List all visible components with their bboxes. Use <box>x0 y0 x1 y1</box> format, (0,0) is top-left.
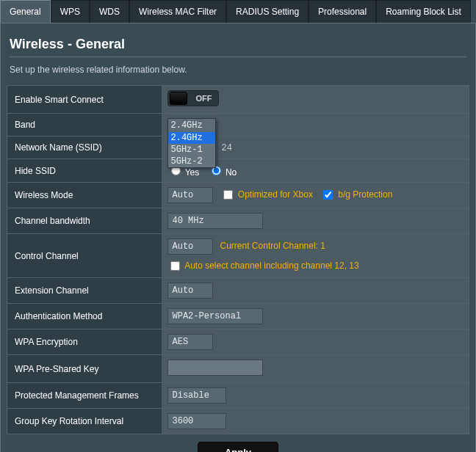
toggle-state: OFF <box>196 94 212 103</box>
tab-wps[interactable]: WPS <box>51 0 90 23</box>
psk-input[interactable] <box>167 360 263 376</box>
label-psk: WPA Pre-Shared Key <box>7 355 162 383</box>
hide-ssid-yes-label[interactable]: Yes <box>167 167 200 178</box>
pmf-select[interactable]: Disable <box>167 387 226 404</box>
wireless-mode-select[interactable]: Auto <box>167 187 213 203</box>
page-subtitle: Set up the wireless related information … <box>10 65 466 75</box>
gkri-input[interactable]: 3600 <box>167 413 226 429</box>
label-band: Band <box>7 114 162 136</box>
band-option-5ghz-2[interactable]: 5GHz-2 <box>168 156 215 167</box>
hide-ssid-no-label[interactable]: No <box>208 167 237 178</box>
tab-wds[interactable]: WDS <box>90 0 129 23</box>
band-option-5ghz-1[interactable]: 5GHz-1 <box>168 144 215 156</box>
xbox-checkbox[interactable] <box>223 190 233 200</box>
xbox-label: Optimized for Xbox <box>238 189 313 200</box>
control-channel-select[interactable]: Auto <box>167 238 213 255</box>
toggle-knob <box>170 92 187 105</box>
band-option-2-4ghz[interactable]: 2.4GHz <box>168 132 215 144</box>
wpa-encryption-select[interactable]: AES <box>167 334 213 350</box>
tab-general[interactable]: General <box>0 0 51 23</box>
channel-bandwidth-select[interactable]: 40 MHz <box>167 213 263 229</box>
page-title: Wireless - General <box>10 37 466 57</box>
label-extension-channel: Extension Channel <box>7 278 162 304</box>
label-hide-ssid: Hide SSID <box>7 159 162 183</box>
label-gkri: Group Key Rotation Interval <box>7 409 162 434</box>
label-auth-method: Authentication Method <box>7 304 162 329</box>
settings-table: Enable Smart Connect OFF Band 2.4GHz 2.4… <box>7 85 469 434</box>
tab-roaming-block-list[interactable]: Roaming Block List <box>376 0 471 23</box>
apply-button[interactable]: Apply <box>198 442 278 452</box>
label-smart-connect: Enable Smart Connect <box>7 86 162 114</box>
band-selected-display: 2.4GHz <box>168 119 215 132</box>
extension-channel-select[interactable]: Auto <box>167 282 213 299</box>
auth-method-select[interactable]: WPA2-Personal <box>167 308 263 324</box>
content-panel: Wireless - General Set up the wireless r… <box>0 23 476 452</box>
label-wpa-encryption: WPA Encryption <box>7 329 162 355</box>
label-channel-bandwidth: Channel bandwidth <box>7 208 162 234</box>
tab-professional[interactable]: Professional <box>309 0 376 23</box>
bg-protection-checkbox[interactable] <box>323 190 333 200</box>
auto-include-12-13-checkbox[interactable] <box>170 261 180 271</box>
band-select-open[interactable]: 2.4GHz 2.4GHz 5GHz-1 5GHz-2 <box>167 118 216 168</box>
tab-wireless-mac-filter[interactable]: Wireless MAC Filter <box>129 0 226 23</box>
tab-radius-setting[interactable]: RADIUS Setting <box>226 0 309 23</box>
tab-strip: General WPS WDS Wireless MAC Filter RADI… <box>0 0 476 23</box>
label-ssid: Network Name (SSID) <box>7 136 162 159</box>
ssid-value-peek: 24 <box>222 143 232 153</box>
label-pmf: Protected Management Frames <box>7 383 162 409</box>
control-channel-status: Current Control Channel: 1 <box>220 241 325 251</box>
smart-connect-toggle[interactable]: OFF <box>167 90 219 106</box>
bg-protection-label: b/g Protection <box>338 189 392 200</box>
label-control-channel: Control Channel <box>7 234 162 278</box>
auto-include-12-13-label: Auto select channel including channel 12… <box>184 260 359 271</box>
label-wireless-mode: Wireless Mode <box>7 183 162 208</box>
